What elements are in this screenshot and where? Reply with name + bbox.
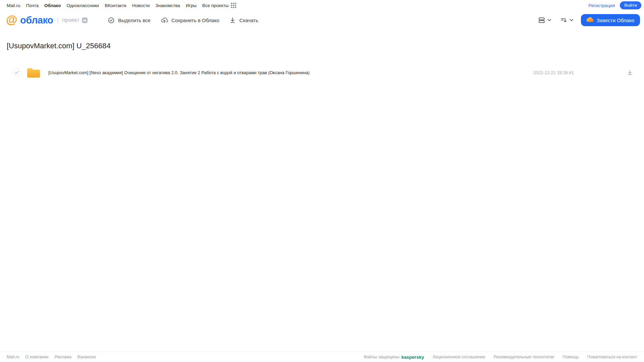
file-toolbar: Выделить все Сохранить в Облако Скачать [108,16,258,24]
footer-link-report-content[interactable]: Пожаловаться на контент [587,355,637,359]
kaspersky-logo[interactable]: kaspersky [401,355,424,360]
nav-link-mail[interactable]: Почта [26,3,39,8]
cloud-header: @ облако | проект vk Выделить все Сохран… [0,11,644,30]
create-cloud-label: Завести Облако [597,17,634,23]
view-mode-dropdown[interactable] [538,16,551,24]
footer-link-recommend-tech[interactable]: Рекомендательные технологии [493,355,554,359]
header-right-controls: Завести Облако [538,14,640,26]
vk-project-label: проект [62,17,80,23]
download-label: Скачать [239,17,258,23]
footer-link-ads[interactable]: Реклама [54,355,71,359]
nav-link-news[interactable]: Новости [132,3,150,8]
footer-link-help[interactable]: Помощь [562,355,579,359]
download-button[interactable]: Скачать [229,17,258,23]
save-to-cloud-button[interactable]: Сохранить в Облако [161,16,219,24]
file-list: [UsupovMarket.com] [Neso академия] Очище… [0,66,644,79]
protected-label: Файлы защищены [364,355,399,359]
folder-icon[interactable] [27,67,41,79]
footer-link-about[interactable]: О компании [26,355,49,359]
file-name-link[interactable]: [UsupovMarket.com] [Neso академия] Очище… [48,70,309,75]
file-row[interactable]: [UsupovMarket.com] [Neso академия] Очище… [0,66,644,79]
footer-link-license[interactable]: Лицензионное соглашение [433,355,485,359]
save-to-cloud-label: Сохранить в Облако [171,17,219,23]
select-all-button[interactable]: Выделить все [108,17,151,24]
sort-icon [560,16,567,24]
nav-link-vkontakte[interactable]: ВКонтакте [105,3,127,8]
kaspersky-protected: Файлы защищены kaspersky [364,355,424,360]
registration-link[interactable]: Регистрация [588,3,615,8]
portal-nav-bar: Mail.ru Почта Облако Одноклассники ВКонт… [0,0,644,11]
cloud-logo-text: облако [20,15,53,26]
download-icon [229,17,236,23]
select-all-label: Выделить все [118,17,151,23]
check-circle-icon [108,17,115,24]
page-title: [UsupovMarket.com] U_256684 [7,42,644,50]
footer-link-jobs[interactable]: Вакансии [78,355,96,359]
row-checkbox[interactable] [13,68,21,76]
row-download-icon[interactable] [627,69,633,75]
nav-link-all-projects[interactable]: Все проекты [202,3,229,8]
chevron-down-icon [569,19,574,21]
svg-text:@: @ [6,14,17,26]
sort-dropdown[interactable] [560,16,574,24]
checkmark-icon [15,71,19,74]
footer: Mail.ru О компании Реклама Вакансии Файл… [0,352,644,362]
logo-divider: | [57,17,59,24]
nav-link-dating[interactable]: Знакомства [155,3,180,8]
nav-link-cloud[interactable]: Облако [44,3,61,8]
list-view-icon [538,16,545,24]
create-cloud-button[interactable]: Завести Облако [581,14,640,26]
nav-link-mailru[interactable]: Mail.ru [7,3,20,8]
nav-all-projects: Все проекты [202,3,236,8]
file-date: 2022-12-21 19:26:41 [533,70,574,75]
cloud-icon [587,17,594,23]
cloud-logo[interactable]: @ облако | проект vk [5,14,88,27]
portal-nav-links: Mail.ru Почта Облако Одноклассники ВКонт… [7,3,236,8]
nav-link-games[interactable]: Игры [186,3,197,8]
vk-badge-icon: vk [82,17,88,23]
footer-right-links: Файлы защищены kaspersky Лицензионное со… [364,355,637,360]
login-button[interactable]: Войти [620,1,641,10]
apps-grid-icon[interactable] [231,3,236,8]
footer-left-links: Mail.ru О компании Реклама Вакансии [7,355,96,359]
auth-area: Регистрация Войти [588,1,641,10]
nav-link-odnoklassniki[interactable]: Одноклассники [66,3,99,8]
cloud-upload-icon [161,16,168,24]
chevron-down-icon [547,19,551,21]
footer-link-mailru[interactable]: Mail.ru [7,355,19,359]
mailru-at-icon: @ [5,14,18,27]
